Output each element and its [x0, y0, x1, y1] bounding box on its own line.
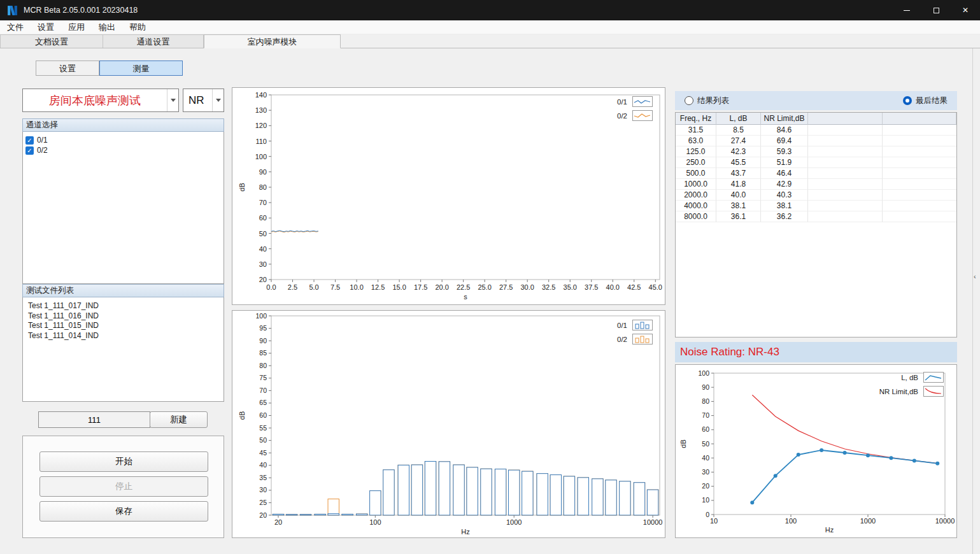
legend-line-icon — [632, 110, 653, 121]
svg-text:10000: 10000 — [643, 518, 663, 526]
table-row-4[interactable]: 500.043.746.4 — [676, 168, 956, 179]
save-button[interactable]: 保存 — [39, 501, 208, 522]
svg-text:45.0: 45.0 — [649, 283, 662, 291]
radio-unselected-icon — [685, 96, 693, 105]
radio-label: 最后结果 — [916, 96, 948, 106]
legend-item: L, dB — [879, 372, 944, 383]
table-cell — [883, 190, 956, 201]
new-button[interactable]: 新建 — [150, 411, 208, 428]
svg-text:70: 70 — [702, 411, 709, 419]
table-header-cell: L, dB — [716, 113, 761, 125]
table-row-5[interactable]: 1000.041.842.9 — [676, 179, 956, 190]
menu-item-1[interactable]: 设置 — [31, 20, 61, 34]
measurement-name-input[interactable] — [38, 411, 150, 428]
table-row-2[interactable]: 125.042.359.3 — [676, 146, 956, 157]
sub-tabs-1[interactable]: 测量 — [99, 60, 183, 76]
svg-text:65: 65 — [259, 399, 267, 406]
svg-text:5.0: 5.0 — [309, 283, 318, 291]
sub-tabs-0[interactable]: 设置 — [36, 60, 99, 76]
stop-button: 停止 — [39, 476, 208, 497]
table-row-3[interactable]: 250.045.551.9 — [676, 157, 956, 168]
svg-text:40: 40 — [259, 461, 267, 469]
spectrum-chart: 1009590858075706560555045403530252020100… — [232, 311, 665, 537]
app-logo-icon — [7, 5, 18, 16]
legend-label: 0/1 — [617, 322, 627, 329]
svg-text:42.5: 42.5 — [627, 283, 641, 291]
table-cell — [883, 146, 956, 157]
menu-item-4[interactable]: 帮助 — [122, 20, 153, 34]
file-list-item-0[interactable]: Test 1_111_017_IND — [28, 301, 218, 311]
legend-line-icon — [923, 372, 944, 383]
table-row-7[interactable]: 4000.038.138.1 — [676, 201, 956, 211]
main-tabs-2[interactable]: 室内噪声模块 — [204, 34, 341, 48]
legend-item: 0/1 — [617, 96, 653, 107]
svg-text:2.5: 2.5 — [288, 283, 297, 291]
svg-text:100: 100 — [369, 518, 381, 526]
test-type-combobox[interactable]: 房间本底噪声测试 — [22, 89, 179, 112]
start-button[interactable]: 开始 — [39, 451, 208, 472]
side-collapse-strip: ‹ — [972, 48, 980, 554]
svg-text:95: 95 — [259, 324, 267, 332]
svg-text:32.5: 32.5 — [542, 283, 555, 291]
close-icon: ✕ — [962, 6, 969, 14]
combo-caret-box[interactable] — [167, 89, 178, 111]
table-cell — [883, 168, 956, 179]
time-chart: 14013012011010090807060504030200.02.55.0… — [232, 88, 665, 304]
combo-caret-box[interactable] — [212, 89, 224, 111]
nr-chart-panel: 100908070605040302010010100100010000HzdB… — [675, 364, 957, 538]
svg-text:100: 100 — [255, 312, 267, 320]
table-cell: 8.5 — [716, 125, 761, 136]
svg-text:60: 60 — [702, 425, 709, 433]
channel-row-0[interactable]: ✓0/1 — [25, 135, 221, 145]
radio-label: 结果列表 — [697, 96, 729, 106]
svg-text:10: 10 — [702, 496, 709, 504]
test-file-list: Test 1_111_017_INDTest 1_111_016_INDTest… — [22, 297, 224, 402]
rating-type-combobox[interactable]: NR — [183, 89, 224, 112]
table-cell: 40.3 — [761, 190, 808, 201]
main-tabs-1[interactable]: 通道设置 — [103, 34, 204, 48]
menu-item-3[interactable]: 输出 — [92, 20, 122, 34]
table-cell: 4000.0 — [676, 201, 716, 211]
table-cell — [883, 136, 956, 146]
table-cell: 45.5 — [716, 157, 761, 168]
svg-text:25: 25 — [259, 499, 267, 506]
minimize-button[interactable] — [892, 0, 921, 20]
table-header-cell — [808, 113, 883, 125]
table-cell: 1000.0 — [676, 179, 716, 190]
radio-result-list[interactable]: 结果列表 — [685, 96, 729, 106]
file-list-item-2[interactable]: Test 1_111_015_IND — [28, 321, 218, 331]
legend-label: 0/2 — [617, 112, 627, 120]
maximize-button[interactable] — [921, 0, 951, 20]
spectrum-chart-legend: 0/1 0/2 — [617, 320, 653, 344]
legend-line-icon — [923, 386, 944, 397]
channel-row-1[interactable]: ✓0/2 — [25, 145, 221, 155]
noise-rating-banner: Noise Rating: NR-43 — [675, 342, 957, 362]
svg-text:1000: 1000 — [506, 518, 522, 526]
file-list-section-header: 测试文件列表 — [22, 284, 224, 297]
table-cell: 42.3 — [716, 146, 761, 157]
main-tabs-0[interactable]: 文档设置 — [0, 34, 103, 48]
menu-item-0[interactable]: 文件 — [0, 20, 31, 34]
checkbox-checked-icon[interactable]: ✓ — [25, 136, 34, 145]
table-cell: 8000.0 — [676, 211, 716, 222]
collapse-arrow-icon[interactable]: ‹ — [974, 273, 976, 280]
checkbox-checked-icon[interactable]: ✓ — [25, 146, 34, 155]
radio-last-result[interactable]: 最后结果 — [903, 96, 948, 106]
menu-item-2[interactable]: 应用 — [61, 20, 92, 34]
svg-text:35.0: 35.0 — [564, 283, 577, 291]
file-list-item-1[interactable]: Test 1_111_016_IND — [28, 311, 218, 322]
table-row-1[interactable]: 63.027.469.4 — [676, 136, 956, 146]
svg-text:100: 100 — [698, 369, 709, 377]
svg-text:20: 20 — [259, 511, 267, 519]
channel-label: 0/2 — [37, 146, 48, 155]
file-list-item-3[interactable]: Test 1_111_014_IND — [28, 331, 218, 341]
table-row-8[interactable]: 8000.036.136.2 — [676, 211, 956, 222]
table-header-cell — [883, 113, 956, 125]
svg-text:12.5: 12.5 — [371, 283, 385, 291]
close-button[interactable]: ✕ — [951, 0, 980, 20]
table-cell: 69.4 — [761, 136, 808, 146]
table-row-0[interactable]: 31.58.584.6 — [676, 125, 956, 136]
table-row-6[interactable]: 2000.040.040.3 — [676, 190, 956, 201]
noise-rating-value: Noise Rating: NR-43 — [680, 346, 779, 359]
svg-text:50: 50 — [259, 436, 267, 444]
